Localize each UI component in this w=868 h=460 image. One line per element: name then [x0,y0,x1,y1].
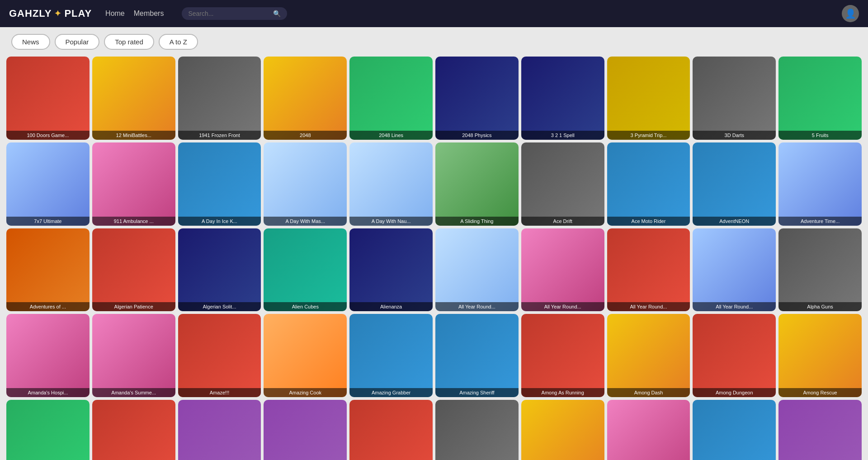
game-card[interactable]: 3 Pyramid Trip... [607,57,690,140]
game-card[interactable]: A Day In Ice K... [178,142,261,226]
filter-top-rated[interactable]: Top rated [104,34,154,50]
game-card[interactable]: Algerian Patience [92,228,175,312]
game-label: 1941 Frozen Front [178,131,261,140]
game-card[interactable]: 2048 Lines [349,57,433,140]
game-card[interactable]: Among Us Arena.io [264,400,347,460]
game-label: Alienanza [349,302,433,311]
filter-news[interactable]: News [11,34,50,50]
game-card[interactable]: Among Us Bike ... [349,400,433,460]
game-card[interactable]: Amazing Sheriff [435,314,519,397]
game-card[interactable]: 911 Ambulance ... [92,142,175,226]
game-label: 7x7 Ultimate [6,217,90,226]
game-card[interactable]: All Year Round... [693,228,776,312]
game-card[interactable]: Among Space Es... [6,400,90,460]
game-label: All Year Round... [607,302,690,311]
game-card[interactable]: 1941 Frozen Front [178,57,261,140]
game-label: Among As Running [521,388,604,397]
game-label: Amazing Sheriff [435,388,519,397]
nav-members[interactable]: Members [134,9,164,18]
game-card[interactable]: Among Dungeon [693,314,776,397]
game-card[interactable]: Ace Moto Rider [607,142,690,226]
game-card[interactable]: ... [435,400,519,460]
game-card[interactable]: All Year Round... [435,228,519,312]
game-label: 2048 Physics [435,131,519,140]
game-card[interactable]: Among As Running [521,314,604,397]
game-card[interactable]: All Year Round... [521,228,604,312]
game-card[interactable]: ... [693,400,776,460]
game-card[interactable]: 3D Darts [693,57,776,140]
avatar-icon: 👤 [845,8,856,19]
game-card[interactable]: ... [778,400,862,460]
search-input[interactable] [188,10,269,17]
game-label: All Year Round... [521,302,604,311]
game-card[interactable]: Algerian Solit... [178,228,261,312]
game-card[interactable]: ... [521,400,604,460]
game-label: Adventure Time... [778,217,862,226]
game-label: Among Dungeon [693,388,776,397]
logo-text: GAHZLY [9,8,52,19]
game-label: A Day In Ice K... [178,217,261,226]
game-card[interactable]: Ace Drift [521,142,604,226]
game-card[interactable]: Alienanza [349,228,433,312]
game-card[interactable]: A Sliding Thing [435,142,519,226]
game-label: Among Dash [607,388,690,397]
filter-a-to-z[interactable]: A to Z [159,34,198,50]
game-card[interactable]: Amanda's Summe... [92,314,175,397]
game-label: Among Rescue [778,388,862,397]
game-card[interactable]: 7x7 Ultimate [6,142,90,226]
game-label: Ace Drift [521,217,604,226]
game-card[interactable]: Among Us Find Us [178,400,261,460]
game-card[interactable]: Adventures of ... [6,228,90,312]
game-card[interactable]: Amazing Cook [264,314,347,397]
game-label: 12 MiniBattles... [92,131,175,140]
game-label: All Year Round... [693,302,776,311]
game-card[interactable]: ... [607,400,690,460]
game-label: Amazing Grabber [349,388,433,397]
game-label: 3 2 1 Spell [521,131,604,140]
filter-popular[interactable]: Popular [55,34,100,50]
game-label: Amanda's Summe... [92,388,175,397]
game-card[interactable]: 3 2 1 Spell [521,57,604,140]
game-card[interactable]: 2048 [264,57,347,140]
game-label: 100 Doors Game... [6,131,90,140]
game-card[interactable]: Among U: Red I... [92,400,175,460]
avatar[interactable]: 👤 [842,5,859,22]
game-label: 5 Fruits [778,131,862,140]
game-label: Amaze!!! [178,388,261,397]
game-card[interactable]: AdventNEON [693,142,776,226]
logo[interactable]: GAHZLY ✦ PLAY [9,8,92,19]
game-label: 2048 Lines [349,131,433,140]
game-card[interactable]: Amanda's Hospi... [6,314,90,397]
game-card[interactable]: Amaze!!! [178,314,261,397]
game-card[interactable]: 100 Doors Game... [6,57,90,140]
filter-bar: News Popular Top rated A to Z [0,27,868,57]
nav-home[interactable]: Home [105,9,125,18]
game-card[interactable]: 12 MiniBattles... [92,57,175,140]
game-label: 3D Darts [693,131,776,140]
game-label: 911 Ambulance ... [92,217,175,226]
game-label: A Sliding Thing [435,217,519,226]
game-label: Algerian Solit... [178,302,261,311]
game-grid: 100 Doors Game...12 MiniBattles...1941 F… [0,57,868,460]
game-label: Amanda's Hospi... [6,388,90,397]
game-card[interactable]: A Day With Mas... [264,142,347,226]
nav-links: Home Members [105,9,164,18]
game-card[interactable]: Among Dash [607,314,690,397]
game-card[interactable]: A Day With Nau... [349,142,433,226]
game-label: Alien Cubes [264,302,347,311]
game-card[interactable]: 2048 Physics [435,57,519,140]
game-card[interactable]: Alpha Guns [778,228,862,312]
game-card[interactable]: All Year Round... [607,228,690,312]
game-label: Alpha Guns [778,302,862,311]
game-card[interactable]: Alien Cubes [264,228,347,312]
search-bar[interactable]: 🔍 [182,7,287,20]
game-card[interactable]: Among Rescue [778,314,862,397]
header: GAHZLY ✦ PLAY Home Members 🔍 👤 [0,0,868,27]
game-card[interactable]: 5 Fruits [778,57,862,140]
game-label: A Day With Nau... [349,217,433,226]
game-card[interactable]: Adventure Time... [778,142,862,226]
game-label: Adventures of ... [6,302,90,311]
game-label: AdventNEON [693,217,776,226]
logo-star-icon: ✦ [54,9,61,19]
game-card[interactable]: Amazing Grabber [349,314,433,397]
